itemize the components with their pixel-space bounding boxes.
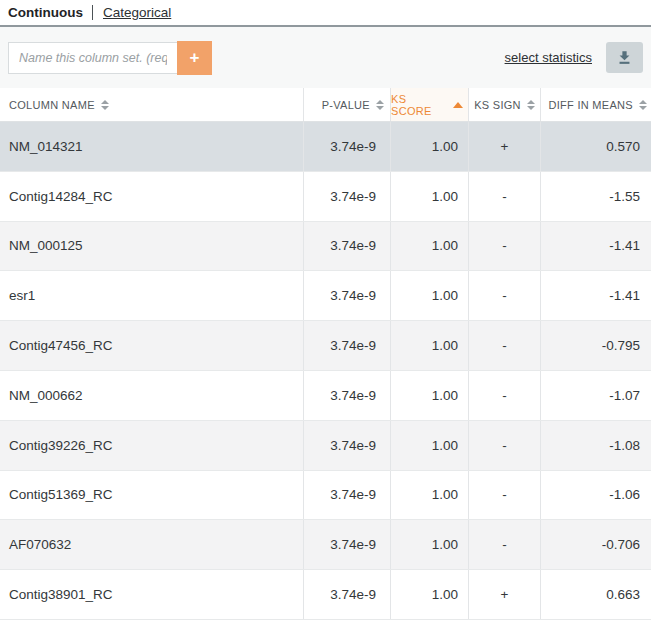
tab-categorical[interactable]: Categorical: [103, 5, 171, 20]
column-header-label: COLUMN NAME: [9, 99, 95, 111]
table-row[interactable]: esr1 3.74e-9 1.00 - -1.41: [0, 271, 651, 321]
table-row[interactable]: NM_000125 3.74e-9 1.00 - -1.41: [0, 222, 651, 272]
column-header-p-value[interactable]: P-VALUE: [303, 88, 390, 121]
table-row[interactable]: Contig51369_RC 3.74e-9 1.00 - -1.06: [0, 471, 651, 521]
cell-ks-score: 1.00: [390, 570, 468, 619]
cell-ks-score: 1.00: [390, 222, 468, 271]
download-icon: [616, 49, 633, 66]
cell-diff-in-means: -0.795: [540, 321, 651, 370]
cell-p-value: 3.74e-9: [303, 172, 390, 221]
cell-ks-sign: +: [468, 570, 540, 619]
cell-ks-sign: -: [468, 321, 540, 370]
cell-p-value: 3.74e-9: [303, 421, 390, 470]
cell-p-value: 3.74e-9: [303, 371, 390, 420]
tab-continuous[interactable]: Continuous: [8, 5, 83, 20]
cell-diff-in-means: -1.06: [540, 471, 651, 520]
cell-column-name: NM_014321: [0, 122, 303, 171]
cell-ks-score: 1.00: [390, 122, 468, 171]
cell-column-name: AF070632: [0, 520, 303, 569]
column-header-ks-sign[interactable]: KS SIGN: [468, 88, 540, 121]
cell-column-name: NM_000662: [0, 371, 303, 420]
cell-column-name: esr1: [0, 271, 303, 320]
cell-diff-in-means: -1.41: [540, 271, 651, 320]
cell-diff-in-means: -1.55: [540, 172, 651, 221]
toolbar-right-group: select statistics: [505, 42, 643, 73]
column-header-label: KS SCORE: [391, 93, 446, 117]
table-row[interactable]: Contig39226_RC 3.74e-9 1.00 - -1.08: [0, 421, 651, 471]
cell-diff-in-means: -1.41: [540, 222, 651, 271]
cell-column-name: Contig14284_RC: [0, 172, 303, 221]
select-statistics-link[interactable]: select statistics: [505, 50, 592, 65]
column-header-diff-in-means[interactable]: DIFF IN MEANS: [540, 88, 651, 121]
toolbar: + select statistics: [0, 27, 651, 88]
table-row[interactable]: Contig38901_RC 3.74e-9 1.00 + 0.663: [0, 570, 651, 620]
cell-ks-score: 1.00: [390, 371, 468, 420]
download-button[interactable]: [606, 42, 643, 73]
cell-diff-in-means: 0.663: [540, 570, 651, 619]
cell-ks-sign: +: [468, 122, 540, 171]
cell-ks-sign: -: [468, 271, 540, 320]
cell-ks-score: 1.00: [390, 421, 468, 470]
cell-ks-sign: -: [468, 222, 540, 271]
cell-ks-sign: -: [468, 520, 540, 569]
table-row[interactable]: Contig14284_RC 3.74e-9 1.00 - -1.55: [0, 172, 651, 222]
table-header-row: COLUMN NAME P-VALUE KS SCORE KS SIGN DIF…: [0, 88, 651, 122]
cell-column-name: NM_000125: [0, 222, 303, 271]
sort-updown-icon: [101, 100, 109, 110]
column-header-label: KS SIGN: [474, 99, 521, 111]
cell-column-name: Contig47456_RC: [0, 321, 303, 370]
sort-updown-icon: [639, 100, 647, 110]
table-row[interactable]: NM_014321 3.74e-9 1.00 + 0.570: [0, 122, 651, 172]
table-row[interactable]: AF070632 3.74e-9 1.00 - -0.706: [0, 520, 651, 570]
table-row[interactable]: NM_000662 3.74e-9 1.00 - -1.07: [0, 371, 651, 421]
cell-ks-sign: -: [468, 172, 540, 221]
cell-p-value: 3.74e-9: [303, 321, 390, 370]
cell-p-value: 3.74e-9: [303, 122, 390, 171]
cell-diff-in-means: -1.08: [540, 421, 651, 470]
cell-ks-score: 1.00: [390, 271, 468, 320]
cell-diff-in-means: -0.706: [540, 520, 651, 569]
cell-ks-score: 1.00: [390, 321, 468, 370]
column-header-column-name[interactable]: COLUMN NAME: [0, 88, 303, 121]
column-set-name-input[interactable]: [8, 42, 177, 74]
cell-ks-score: 1.00: [390, 172, 468, 221]
tab-divider: [92, 5, 93, 20]
sort-updown-icon: [376, 100, 384, 110]
cell-p-value: 3.74e-9: [303, 520, 390, 569]
cell-p-value: 3.74e-9: [303, 222, 390, 271]
column-header-ks-score[interactable]: KS SCORE: [390, 88, 468, 121]
cell-ks-sign: -: [468, 421, 540, 470]
table-body: NM_014321 3.74e-9 1.00 + 0.570 Contig142…: [0, 122, 651, 620]
cell-column-name: Contig51369_RC: [0, 471, 303, 520]
cell-ks-score: 1.00: [390, 520, 468, 569]
sort-asc-icon: [453, 102, 463, 108]
column-header-label: DIFF IN MEANS: [548, 99, 633, 111]
cell-ks-sign: -: [468, 471, 540, 520]
cell-column-name: Contig39226_RC: [0, 421, 303, 470]
statistics-table: COLUMN NAME P-VALUE KS SCORE KS SIGN DIF…: [0, 88, 651, 620]
cell-diff-in-means: -1.07: [540, 371, 651, 420]
cell-p-value: 3.74e-9: [303, 570, 390, 619]
sort-updown-icon: [527, 100, 535, 110]
cell-p-value: 3.74e-9: [303, 471, 390, 520]
cell-ks-score: 1.00: [390, 471, 468, 520]
cell-ks-sign: -: [468, 371, 540, 420]
tab-bar: Continuous Categorical: [0, 0, 651, 27]
cell-diff-in-means: 0.570: [540, 122, 651, 171]
add-column-set-button[interactable]: +: [177, 41, 212, 75]
table-row[interactable]: Contig47456_RC 3.74e-9 1.00 - -0.795: [0, 321, 651, 371]
cell-p-value: 3.74e-9: [303, 271, 390, 320]
column-header-label: P-VALUE: [322, 99, 370, 111]
cell-column-name: Contig38901_RC: [0, 570, 303, 619]
